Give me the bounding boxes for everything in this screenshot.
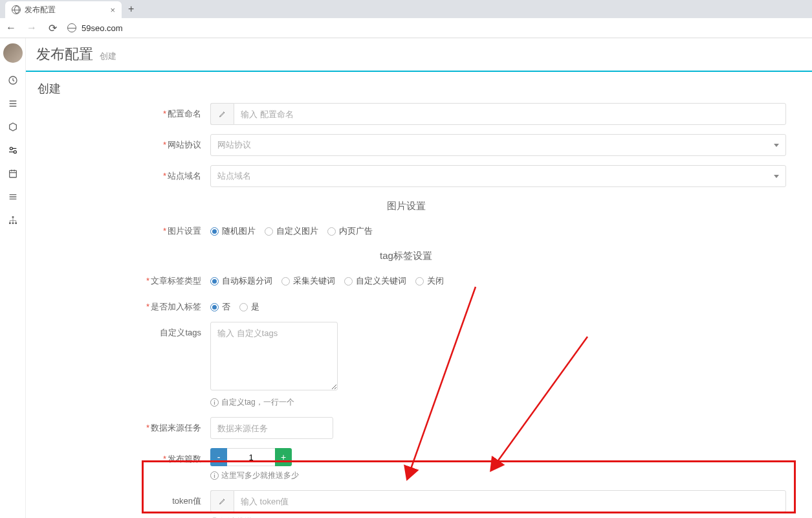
tab-bar: 发布配置 × + [0, 0, 812, 18]
radio-label: 随机图片 [222, 225, 256, 237]
select-placeholder: 站点域名 [217, 170, 251, 182]
image-setting-option[interactable]: 随机图片 [210, 225, 256, 237]
page-subtitle: 创建 [100, 51, 116, 62]
chevron-down-icon [774, 175, 779, 178]
radio-label: 采集关键词 [293, 275, 335, 287]
radio-label: 否 [222, 301, 230, 313]
radio-label: 自定义关键词 [356, 275, 406, 287]
info-icon: i [210, 398, 219, 407]
label-custom-tags: 自定义tags [160, 328, 201, 337]
token-input[interactable] [234, 490, 786, 512]
radio-dot-icon [344, 277, 353, 286]
radio-dot-icon [210, 227, 219, 236]
chevron-down-icon [774, 144, 779, 147]
svg-rect-5 [9, 222, 11, 224]
radio-dot-icon [239, 303, 248, 311]
list-icon[interactable] [7, 98, 19, 109]
pencil-icon [210, 490, 234, 512]
label-site-domain: 站点域名 [168, 171, 201, 181]
form-panel: 创建 *配置命名 *网站协议 [26, 72, 812, 518]
label-image-setting: 图片设置 [168, 226, 201, 236]
svg-point-1 [10, 147, 12, 150]
page-title: 发布配置 [36, 45, 93, 64]
image-setting-option[interactable]: 自定义图片 [265, 225, 318, 237]
svg-point-2 [14, 151, 16, 153]
calendar-icon[interactable] [7, 168, 19, 179]
radio-dot-icon [210, 277, 219, 286]
radio-dot-icon [210, 303, 219, 311]
custom-tags-textarea[interactable] [210, 322, 338, 390]
radio-label: 是 [251, 301, 259, 313]
image-setting-option[interactable]: 内页广告 [327, 225, 373, 237]
join-tag-radios: 否是 [210, 296, 786, 313]
tag-type-option[interactable]: 自动标题分词 [210, 275, 272, 287]
url-text: 59seo.com [82, 23, 123, 33]
info-icon: i [210, 471, 219, 480]
url-display[interactable]: 59seo.com [67, 23, 123, 33]
reload-button[interactable]: ⟳ [47, 22, 58, 34]
section-tag: tag标签设置 [26, 246, 786, 270]
panel-title: 创建 [26, 72, 812, 103]
increment-button[interactable]: + [275, 448, 292, 466]
radio-dot-icon [265, 227, 273, 236]
label-publish-count: 发布篇数 [168, 454, 201, 464]
browser-tab[interactable]: 发布配置 × [5, 1, 122, 18]
help-publish-count: i这里写多少就推送多少 [210, 470, 786, 481]
radio-dot-icon [327, 227, 336, 236]
radio-dot-icon [281, 277, 290, 286]
site-domain-select[interactable]: 站点域名 [210, 165, 786, 187]
sidebar [0, 38, 26, 518]
page-header: 发布配置 创建 [26, 38, 812, 72]
tag-type-option[interactable]: 关闭 [415, 275, 444, 287]
radio-label: 关闭 [427, 275, 444, 287]
close-icon[interactable]: × [110, 5, 115, 15]
label-tag-type: 文章标签类型 [151, 276, 201, 286]
select-placeholder: 网站协议 [217, 139, 251, 151]
image-setting-radios: 随机图片自定义图片内页广告 [210, 220, 786, 237]
join-tag-option[interactable]: 是 [239, 301, 259, 313]
svg-rect-3 [9, 170, 16, 177]
pencil-icon [210, 103, 234, 125]
join-tag-option[interactable]: 否 [210, 301, 230, 313]
label-token: token值 [172, 496, 201, 506]
forward-button[interactable]: → [26, 22, 38, 34]
data-source-input[interactable] [210, 417, 333, 439]
config-name-input[interactable] [234, 103, 786, 125]
help-custom-tags: i自定义tag，一行一个 [210, 397, 786, 408]
label-data-source: 数据来源任务 [151, 423, 201, 433]
avatar[interactable] [3, 43, 23, 63]
address-bar: ← → ⟳ 59seo.com [0, 18, 812, 38]
radio-dot-icon [415, 277, 424, 286]
settings-icon[interactable] [7, 144, 19, 156]
label-site-protocol: 网站协议 [168, 140, 201, 150]
publish-count-input[interactable] [227, 448, 275, 466]
radio-label: 自定义图片 [276, 225, 318, 237]
radio-label: 自动标题分词 [222, 275, 272, 287]
globe-icon [67, 23, 76, 32]
label-config-name: 配置命名 [168, 109, 201, 118]
tag-type-option[interactable]: 自定义关键词 [344, 275, 406, 287]
radio-label: 内页广告 [339, 225, 373, 237]
dashboard-icon[interactable] [7, 74, 19, 86]
decrement-button[interactable]: - [210, 448, 227, 466]
label-join-tag: 是否加入标签 [151, 302, 201, 311]
tag-type-option[interactable]: 采集关键词 [281, 275, 335, 287]
svg-rect-4 [12, 216, 14, 218]
tab-title: 发布配置 [25, 5, 106, 16]
sitemap-icon[interactable] [7, 214, 19, 226]
new-tab-button[interactable]: + [122, 3, 140, 15]
publish-count-stepper: - + [210, 448, 786, 466]
browser-chrome: 发布配置 × + ← → ⟳ 59seo.com [0, 0, 812, 38]
section-image: 图片设置 [26, 196, 786, 220]
hexagon-icon[interactable] [7, 121, 19, 133]
svg-rect-7 [15, 222, 17, 224]
back-button[interactable]: ← [5, 22, 17, 34]
site-protocol-select[interactable]: 网站协议 [210, 134, 786, 156]
menu-icon[interactable] [7, 191, 19, 203]
tag-type-radios: 自动标题分词采集关键词自定义关键词关闭 [210, 270, 786, 287]
svg-rect-6 [12, 222, 14, 224]
globe-icon [12, 5, 21, 14]
